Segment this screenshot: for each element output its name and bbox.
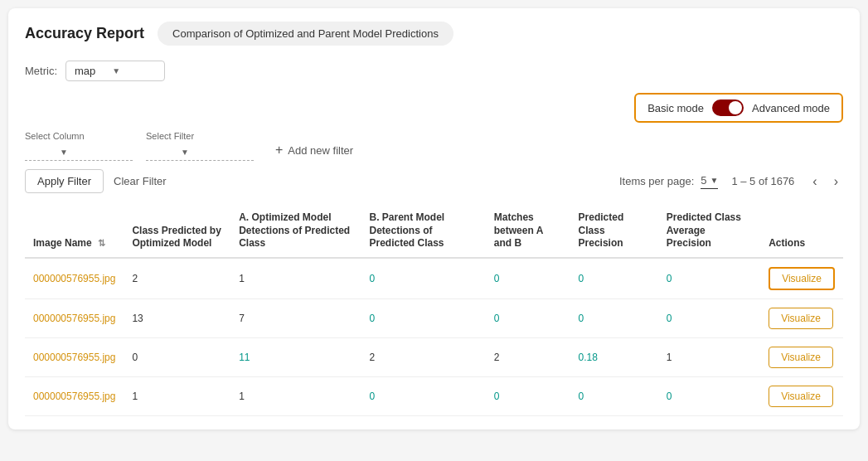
mode-toggle-switch[interactable] xyxy=(712,99,744,116)
table-cell: 0 xyxy=(570,258,658,299)
visualize-button[interactable]: Visualize xyxy=(769,308,833,329)
table-cell: 1 xyxy=(230,376,361,415)
table-cell: 13 xyxy=(124,298,230,337)
table-header: Image Name ⇅ Class Predicted by Optimize… xyxy=(25,205,843,258)
table-cell: 0.18 xyxy=(570,337,658,376)
table-cell: 0 xyxy=(658,298,760,337)
table-cell: 2 xyxy=(486,337,570,376)
select-column-dropdown[interactable]: ▼ xyxy=(25,144,133,161)
metric-dropdown-arrow: ▼ xyxy=(112,66,120,75)
visualize-button[interactable]: Visualize xyxy=(769,347,833,368)
select-filter-dropdown[interactable]: ▼ xyxy=(146,144,254,161)
mode-toggle-box: Basic mode Advanced mode xyxy=(634,93,843,123)
col-class-predicted: Class Predicted by Optimized Model xyxy=(124,205,230,258)
table-action-cell: Visualize xyxy=(760,376,843,415)
items-per-page-label: Items per page: xyxy=(619,175,694,187)
page-title: Accuracy Report xyxy=(25,25,144,42)
col-opt-detections: A. Optimized Model Detections of Predict… xyxy=(230,205,361,258)
table-cell: 000000576955.jpg xyxy=(25,337,124,376)
visualize-button[interactable]: Visualize xyxy=(769,267,835,290)
sort-icon[interactable]: ⇅ xyxy=(98,237,105,249)
filter-actions: Apply Filter Clear Filter xyxy=(25,169,167,193)
select-filter-label: Select Filter xyxy=(146,131,254,141)
metric-label: Metric: xyxy=(25,65,57,77)
page-range: 1 – 5 of 1676 xyxy=(731,175,794,187)
table-cell: 0 xyxy=(124,337,230,376)
items-per-page-select[interactable]: 5 ▼ xyxy=(701,174,718,189)
table-cell: 2 xyxy=(361,337,485,376)
apply-filter-button[interactable]: Apply Filter xyxy=(25,169,104,193)
table-row: 000000576955.jpg011220.181Visualize xyxy=(25,337,843,376)
table-cell: 11 xyxy=(230,337,361,376)
table-cell: 0 xyxy=(570,298,658,337)
table-cell: 1 xyxy=(124,376,230,415)
table-action-cell: Visualize xyxy=(760,298,843,337)
table-cell: 2 xyxy=(124,258,230,299)
table-body: 000000576955.jpg210000Visualize000000576… xyxy=(25,258,843,416)
table-cell: 0 xyxy=(361,376,485,415)
visualize-button[interactable]: Visualize xyxy=(769,386,833,407)
col-class-precision: Predicted Class Precision xyxy=(570,205,658,258)
add-filter-label: Add new filter xyxy=(288,144,353,157)
col-parent-detections: B. Parent Model Detections of Predicted … xyxy=(361,205,485,258)
col-avg-precision: Predicted Class Average Precision xyxy=(658,205,760,258)
action-row: Apply Filter Clear Filter Items per page… xyxy=(25,169,843,193)
table-action-cell: Visualize xyxy=(760,337,843,376)
table-cell: 0 xyxy=(361,298,485,337)
mode-toggle-area: Basic mode Advanced mode xyxy=(25,93,843,123)
table-row: 000000576955.jpg1370000Visualize xyxy=(25,298,843,337)
table-cell: 0 xyxy=(361,258,485,299)
table-action-cell: Visualize xyxy=(760,258,843,299)
metric-select[interactable]: map ▼ xyxy=(65,61,165,81)
advanced-mode-label: Advanced mode xyxy=(752,102,830,114)
table-cell: 000000576955.jpg xyxy=(25,258,124,299)
table-cell: 0 xyxy=(658,258,760,299)
select-filter-group: Select Filter ▼ xyxy=(146,131,254,161)
table-cell: 0 xyxy=(486,376,570,415)
select-column-label: Select Column xyxy=(25,131,133,141)
table-cell: 1 xyxy=(658,337,760,376)
table-cell: 0 xyxy=(658,376,760,415)
metric-value: map xyxy=(75,65,95,77)
table-cell: 0 xyxy=(486,258,570,299)
add-new-filter-button[interactable]: + Add new filter xyxy=(275,143,353,161)
data-table: Image Name ⇅ Class Predicted by Optimize… xyxy=(25,205,843,416)
table-cell: 7 xyxy=(230,298,361,337)
select-filter-arrow: ▼ xyxy=(181,148,189,157)
table-cell: 0 xyxy=(486,298,570,337)
select-column-group: Select Column ▼ xyxy=(25,131,133,161)
table-cell: 0 xyxy=(570,376,658,415)
col-actions: Actions xyxy=(760,205,843,258)
header: Accuracy Report Comparison of Optimized … xyxy=(25,22,843,46)
basic-mode-label: Basic mode xyxy=(647,102,704,114)
filter-row: Select Column ▼ Select Filter ▼ + Add ne… xyxy=(25,131,843,161)
per-page-value: 5 xyxy=(701,174,706,187)
next-page-button[interactable]: › xyxy=(829,172,843,191)
prev-page-button[interactable]: ‹ xyxy=(807,172,822,191)
table-cell: 000000576955.jpg xyxy=(25,376,124,415)
comparison-tab[interactable]: Comparison of Optimized and Parent Model… xyxy=(158,22,453,46)
table-row: 000000576955.jpg210000Visualize xyxy=(25,258,843,299)
table-row: 000000576955.jpg110000Visualize xyxy=(25,376,843,415)
table-cell: 1 xyxy=(230,258,361,299)
clear-filter-button[interactable]: Clear Filter xyxy=(114,175,167,187)
per-page-arrow: ▼ xyxy=(710,176,719,185)
col-matches: Matches between A and B xyxy=(486,205,570,258)
plus-icon: + xyxy=(275,143,283,158)
pagination-area: Items per page: 5 ▼ 1 – 5 of 1676 ‹ › xyxy=(619,172,843,191)
select-column-arrow: ▼ xyxy=(60,148,68,157)
table-cell: 000000576955.jpg xyxy=(25,298,124,337)
metric-row: Metric: map ▼ xyxy=(25,61,843,81)
col-image-name: Image Name ⇅ xyxy=(25,205,124,258)
